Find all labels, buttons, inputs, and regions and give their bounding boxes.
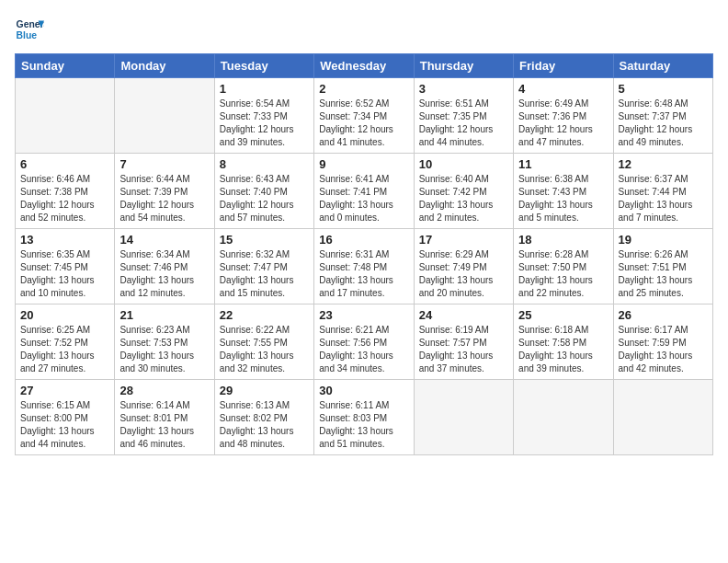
day-info: Sunrise: 6:44 AMSunset: 7:39 PMDaylight:… xyxy=(119,173,209,224)
day-number: 8 xyxy=(220,157,309,171)
day-info: Sunrise: 6:11 AMSunset: 8:03 PMDaylight:… xyxy=(319,399,408,451)
day-number: 3 xyxy=(419,82,508,96)
calendar-cell: 8Sunrise: 6:43 AMSunset: 7:40 PMDaylight… xyxy=(214,154,313,229)
day-number: 11 xyxy=(518,157,608,171)
weekday-header-row: SundayMondayTuesdayWednesdayThursdayFrid… xyxy=(16,54,713,78)
calendar-cell: 18Sunrise: 6:28 AMSunset: 7:50 PMDayligh… xyxy=(514,229,613,304)
calendar-cell: 24Sunrise: 6:19 AMSunset: 7:57 PMDayligh… xyxy=(414,304,513,380)
calendar-cell xyxy=(414,380,513,455)
day-info: Sunrise: 6:46 AMSunset: 7:38 PMDaylight:… xyxy=(20,173,109,224)
weekday-header-wednesday: Wednesday xyxy=(314,54,414,78)
weekday-header-sunday: Sunday xyxy=(16,54,115,78)
calendar-cell: 7Sunrise: 6:44 AMSunset: 7:39 PMDaylight… xyxy=(115,154,214,229)
calendar-cell: 27Sunrise: 6:15 AMSunset: 8:00 PMDayligh… xyxy=(16,380,115,455)
calendar-cell: 29Sunrise: 6:13 AMSunset: 8:02 PMDayligh… xyxy=(214,380,313,455)
day-info: Sunrise: 6:31 AMSunset: 7:48 PMDaylight:… xyxy=(319,248,408,300)
day-info: Sunrise: 6:13 AMSunset: 8:02 PMDaylight:… xyxy=(220,399,309,451)
calendar-cell: 25Sunrise: 6:18 AMSunset: 7:58 PMDayligh… xyxy=(514,304,613,380)
calendar-cell: 15Sunrise: 6:32 AMSunset: 7:47 PMDayligh… xyxy=(214,229,313,304)
day-info: Sunrise: 6:21 AMSunset: 7:56 PMDaylight:… xyxy=(319,324,408,375)
day-info: Sunrise: 6:48 AMSunset: 7:37 PMDaylight:… xyxy=(619,98,708,149)
calendar-cell: 9Sunrise: 6:41 AMSunset: 7:41 PMDaylight… xyxy=(314,154,414,229)
day-number: 23 xyxy=(319,308,408,322)
calendar-cell: 21Sunrise: 6:23 AMSunset: 7:53 PMDayligh… xyxy=(115,304,214,380)
day-number: 29 xyxy=(220,384,309,397)
day-number: 20 xyxy=(20,308,109,322)
weekday-header-monday: Monday xyxy=(115,54,214,78)
day-info: Sunrise: 6:23 AMSunset: 7:53 PMDaylight:… xyxy=(119,324,209,375)
calendar-week-row: 13Sunrise: 6:35 AMSunset: 7:45 PMDayligh… xyxy=(16,229,713,304)
calendar-cell: 23Sunrise: 6:21 AMSunset: 7:56 PMDayligh… xyxy=(314,304,414,380)
calendar-cell: 17Sunrise: 6:29 AMSunset: 7:49 PMDayligh… xyxy=(414,229,513,304)
day-number: 27 xyxy=(20,384,109,397)
calendar-cell xyxy=(16,78,115,154)
day-info: Sunrise: 6:43 AMSunset: 7:40 PMDaylight:… xyxy=(220,173,309,224)
day-number: 16 xyxy=(319,233,408,247)
day-number: 4 xyxy=(518,82,608,96)
calendar-cell: 13Sunrise: 6:35 AMSunset: 7:45 PMDayligh… xyxy=(16,229,115,304)
day-number: 15 xyxy=(220,233,309,247)
svg-text:Blue: Blue xyxy=(17,30,38,40)
day-number: 19 xyxy=(619,233,708,247)
day-number: 25 xyxy=(518,308,608,322)
day-number: 1 xyxy=(220,82,309,96)
day-number: 21 xyxy=(119,308,209,322)
day-number: 17 xyxy=(419,233,508,247)
day-info: Sunrise: 6:15 AMSunset: 8:00 PMDaylight:… xyxy=(20,399,109,451)
weekday-header-friday: Friday xyxy=(514,54,613,78)
calendar-cell: 16Sunrise: 6:31 AMSunset: 7:48 PMDayligh… xyxy=(314,229,414,304)
calendar-cell: 3Sunrise: 6:51 AMSunset: 7:35 PMDaylight… xyxy=(414,78,513,154)
day-info: Sunrise: 6:38 AMSunset: 7:43 PMDaylight:… xyxy=(518,173,608,224)
day-number: 9 xyxy=(319,157,408,171)
day-info: Sunrise: 6:28 AMSunset: 7:50 PMDaylight:… xyxy=(518,248,608,300)
calendar-cell: 12Sunrise: 6:37 AMSunset: 7:44 PMDayligh… xyxy=(613,154,712,229)
logo: General Blue xyxy=(15,15,44,44)
calendar-cell: 19Sunrise: 6:26 AMSunset: 7:51 PMDayligh… xyxy=(613,229,712,304)
day-info: Sunrise: 6:37 AMSunset: 7:44 PMDaylight:… xyxy=(619,173,708,224)
day-info: Sunrise: 6:26 AMSunset: 7:51 PMDaylight:… xyxy=(619,248,708,300)
day-number: 30 xyxy=(319,384,408,397)
day-number: 6 xyxy=(20,157,109,171)
weekday-header-saturday: Saturday xyxy=(613,54,712,78)
day-number: 24 xyxy=(419,308,508,322)
day-info: Sunrise: 6:49 AMSunset: 7:36 PMDaylight:… xyxy=(518,98,608,149)
day-number: 12 xyxy=(619,157,708,171)
day-number: 26 xyxy=(619,308,708,322)
day-number: 22 xyxy=(220,308,309,322)
calendar-week-row: 27Sunrise: 6:15 AMSunset: 8:00 PMDayligh… xyxy=(16,380,713,455)
day-number: 14 xyxy=(119,233,209,247)
calendar-cell: 11Sunrise: 6:38 AMSunset: 7:43 PMDayligh… xyxy=(514,154,613,229)
day-info: Sunrise: 6:19 AMSunset: 7:57 PMDaylight:… xyxy=(419,324,508,375)
day-number: 13 xyxy=(20,233,109,247)
calendar-cell: 26Sunrise: 6:17 AMSunset: 7:59 PMDayligh… xyxy=(613,304,712,380)
calendar-cell: 22Sunrise: 6:22 AMSunset: 7:55 PMDayligh… xyxy=(214,304,313,380)
logo-icon: General Blue xyxy=(15,15,44,44)
calendar-cell xyxy=(613,380,712,455)
weekday-header-thursday: Thursday xyxy=(414,54,513,78)
calendar-cell: 28Sunrise: 6:14 AMSunset: 8:01 PMDayligh… xyxy=(115,380,214,455)
calendar-cell: 14Sunrise: 6:34 AMSunset: 7:46 PMDayligh… xyxy=(115,229,214,304)
day-info: Sunrise: 6:25 AMSunset: 7:52 PMDaylight:… xyxy=(20,324,109,375)
day-info: Sunrise: 6:18 AMSunset: 7:58 PMDaylight:… xyxy=(518,324,608,375)
day-info: Sunrise: 6:35 AMSunset: 7:45 PMDaylight:… xyxy=(20,248,109,300)
day-info: Sunrise: 6:54 AMSunset: 7:33 PMDaylight:… xyxy=(220,98,309,149)
calendar-cell xyxy=(115,78,214,154)
day-info: Sunrise: 6:34 AMSunset: 7:46 PMDaylight:… xyxy=(119,248,209,300)
day-number: 18 xyxy=(518,233,608,247)
calendar-cell: 2Sunrise: 6:52 AMSunset: 7:34 PMDaylight… xyxy=(314,78,414,154)
calendar-table: SundayMondayTuesdayWednesdayThursdayFrid… xyxy=(15,53,713,455)
day-number: 2 xyxy=(319,82,408,96)
day-number: 10 xyxy=(419,157,508,171)
calendar-week-row: 20Sunrise: 6:25 AMSunset: 7:52 PMDayligh… xyxy=(16,304,713,380)
calendar-cell: 20Sunrise: 6:25 AMSunset: 7:52 PMDayligh… xyxy=(16,304,115,380)
day-info: Sunrise: 6:22 AMSunset: 7:55 PMDaylight:… xyxy=(220,324,309,375)
calendar-cell: 4Sunrise: 6:49 AMSunset: 7:36 PMDaylight… xyxy=(514,78,613,154)
calendar-cell: 10Sunrise: 6:40 AMSunset: 7:42 PMDayligh… xyxy=(414,154,513,229)
day-info: Sunrise: 6:41 AMSunset: 7:41 PMDaylight:… xyxy=(319,173,408,224)
day-info: Sunrise: 6:29 AMSunset: 7:49 PMDaylight:… xyxy=(419,248,508,300)
day-info: Sunrise: 6:52 AMSunset: 7:34 PMDaylight:… xyxy=(319,98,408,149)
calendar-cell: 5Sunrise: 6:48 AMSunset: 7:37 PMDaylight… xyxy=(613,78,712,154)
day-info: Sunrise: 6:51 AMSunset: 7:35 PMDaylight:… xyxy=(419,98,508,149)
calendar-cell: 30Sunrise: 6:11 AMSunset: 8:03 PMDayligh… xyxy=(314,380,414,455)
page-header: General Blue xyxy=(15,15,713,44)
